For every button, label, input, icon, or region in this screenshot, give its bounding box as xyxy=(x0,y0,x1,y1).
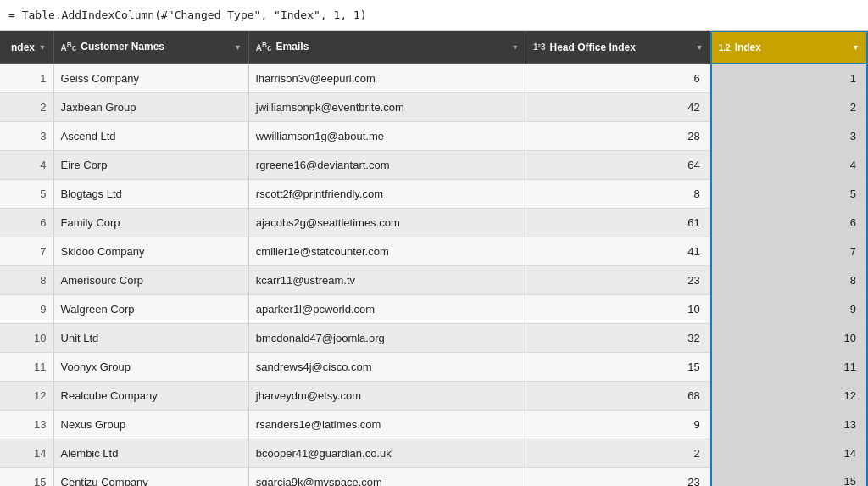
cell-indexnum: 12 xyxy=(711,381,867,410)
cell-email: wwilliamson1g@about.me xyxy=(248,121,526,150)
cell-customer: Geiss Company xyxy=(53,64,248,92)
col-headoffice-type-icon: 1²3 xyxy=(533,42,545,52)
cell-email: rgreene16@deviantart.com xyxy=(248,150,526,179)
table-row: 15Centizu Companysgarcia9k@myspace.com23… xyxy=(0,467,867,486)
cell-headoffice: 32 xyxy=(526,323,711,352)
cell-row-idx: 14 xyxy=(0,439,53,467)
cell-indexnum: 15 xyxy=(711,467,867,486)
cell-indexnum: 13 xyxy=(711,410,867,439)
cell-row-idx: 9 xyxy=(0,294,53,323)
cell-headoffice: 61 xyxy=(526,208,711,237)
cell-indexnum: 2 xyxy=(711,92,867,121)
cell-row-idx: 15 xyxy=(0,467,53,486)
cell-indexnum: 11 xyxy=(711,352,867,381)
col-email-dropdown[interactable]: ▼ xyxy=(511,43,519,52)
cell-customer: Ascend Ltd xyxy=(53,121,248,150)
cell-indexnum: 10 xyxy=(711,323,867,352)
cell-email: cmiller1e@statcounter.com xyxy=(248,237,526,265)
cell-email: aparker1l@pcworld.com xyxy=(248,294,526,323)
cell-indexnum: 4 xyxy=(711,150,867,179)
cell-customer: Eire Corp xyxy=(53,150,248,179)
cell-headoffice: 23 xyxy=(526,467,711,486)
cell-headoffice: 9 xyxy=(526,410,711,439)
col-email-type-icon: ABc xyxy=(256,41,272,53)
data-table: ndex ▼ ABc Customer Names ▼ xyxy=(0,31,868,486)
col-headoffice-label: Head Office Index xyxy=(550,42,636,53)
cell-email: jharveydm@etsy.com xyxy=(248,381,526,410)
formula-text: = Table.AddIndexColumn(#"Changed Type", … xyxy=(8,8,367,21)
col-header-headoffice: 1²3 Head Office Index ▼ xyxy=(526,31,711,64)
cell-customer: Centizu Company xyxy=(53,467,248,486)
cell-headoffice: 41 xyxy=(526,237,711,265)
col-customer-type-icon: ABc xyxy=(61,41,77,53)
cell-email: lharrison3v@eepurl.com xyxy=(248,64,526,92)
cell-email: jwilliamsonpk@eventbrite.com xyxy=(248,92,526,121)
cell-customer: Alembic Ltd xyxy=(53,439,248,467)
cell-customer: Jaxbean Group xyxy=(53,92,248,121)
col-indexnum-label: Index xyxy=(735,42,761,53)
cell-headoffice: 2 xyxy=(526,439,711,467)
col-index-label: ndex xyxy=(11,42,35,53)
cell-indexnum: 8 xyxy=(711,265,867,294)
col-indexnum-dropdown[interactable]: ▼ xyxy=(852,43,860,52)
col-customer-dropdown[interactable]: ▼ xyxy=(234,43,242,52)
formula-bar: = Table.AddIndexColumn(#"Changed Type", … xyxy=(0,0,868,31)
table-container: ndex ▼ ABc Customer Names ▼ xyxy=(0,31,868,486)
table-row: 4Eire Corprgreene16@deviantart.com644 xyxy=(0,150,867,179)
cell-customer: Nexus Group xyxy=(53,410,248,439)
cell-customer: Family Corp xyxy=(53,208,248,237)
cell-customer: Voonyx Group xyxy=(53,352,248,381)
cell-row-idx: 1 xyxy=(0,64,53,92)
cell-customer: Blogtags Ltd xyxy=(53,179,248,208)
cell-email: bcooper41@guardian.co.uk xyxy=(248,439,526,467)
cell-email: rscott2f@printfriendly.com xyxy=(248,179,526,208)
table-row: 13Nexus Grouprsanders1e@latimes.com913 xyxy=(0,410,867,439)
table-row: 1Geiss Companylharrison3v@eepurl.com61 xyxy=(0,64,867,92)
table-row: 9Walgreen Corpaparker1l@pcworld.com109 xyxy=(0,294,867,323)
cell-headoffice: 8 xyxy=(526,179,711,208)
table-header-row: ndex ▼ ABc Customer Names ▼ xyxy=(0,31,867,64)
table-row: 10Unit Ltdbmcdonald47@joomla.org3210 xyxy=(0,323,867,352)
table-row: 2Jaxbean Groupjwilliamsonpk@eventbrite.c… xyxy=(0,92,867,121)
col-indexnum-type-icon: 1.2 xyxy=(719,43,731,53)
cell-headoffice: 68 xyxy=(526,381,711,410)
col-header-index: ndex ▼ xyxy=(0,31,53,64)
cell-email: bmcdonald47@joomla.org xyxy=(248,323,526,352)
cell-indexnum: 1 xyxy=(711,64,867,92)
cell-email: kcarr11@ustream.tv xyxy=(248,265,526,294)
cell-row-idx: 2 xyxy=(0,92,53,121)
cell-indexnum: 14 xyxy=(711,439,867,467)
col-index-dropdown[interactable]: ▼ xyxy=(39,43,47,52)
table-row: 14Alembic Ltdbcooper41@guardian.co.uk214 xyxy=(0,439,867,467)
cell-email: ajacobs2g@seattletimes.com xyxy=(248,208,526,237)
cell-row-idx: 3 xyxy=(0,121,53,150)
col-headoffice-dropdown[interactable]: ▼ xyxy=(696,43,704,52)
cell-customer: Skidoo Company xyxy=(53,237,248,265)
cell-customer: Unit Ltd xyxy=(53,323,248,352)
cell-row-idx: 5 xyxy=(0,179,53,208)
cell-headoffice: 64 xyxy=(526,150,711,179)
cell-headoffice: 6 xyxy=(526,64,711,92)
cell-headoffice: 15 xyxy=(526,352,711,381)
table-row: 6Family Corpajacobs2g@seattletimes.com61… xyxy=(0,208,867,237)
cell-row-idx: 11 xyxy=(0,352,53,381)
cell-headoffice: 10 xyxy=(526,294,711,323)
cell-customer: Walgreen Corp xyxy=(53,294,248,323)
cell-headoffice: 28 xyxy=(526,121,711,150)
cell-indexnum: 6 xyxy=(711,208,867,237)
table-body: 1Geiss Companylharrison3v@eepurl.com612J… xyxy=(0,64,867,486)
table-row: 5Blogtags Ltdrscott2f@printfriendly.com8… xyxy=(0,179,867,208)
cell-indexnum: 9 xyxy=(711,294,867,323)
cell-row-idx: 8 xyxy=(0,265,53,294)
cell-row-idx: 7 xyxy=(0,237,53,265)
cell-email: sandrews4j@cisco.com xyxy=(248,352,526,381)
cell-customer: Amerisourc Corp xyxy=(53,265,248,294)
cell-customer: Realcube Company xyxy=(53,381,248,410)
col-header-email: ABc Emails ▼ xyxy=(248,31,526,64)
col-header-indexnum: 1.2 Index ▼ xyxy=(711,31,867,64)
cell-indexnum: 5 xyxy=(711,179,867,208)
cell-headoffice: 42 xyxy=(526,92,711,121)
cell-headoffice: 23 xyxy=(526,265,711,294)
table-row: 3Ascend Ltdwwilliamson1g@about.me283 xyxy=(0,121,867,150)
cell-indexnum: 3 xyxy=(711,121,867,150)
